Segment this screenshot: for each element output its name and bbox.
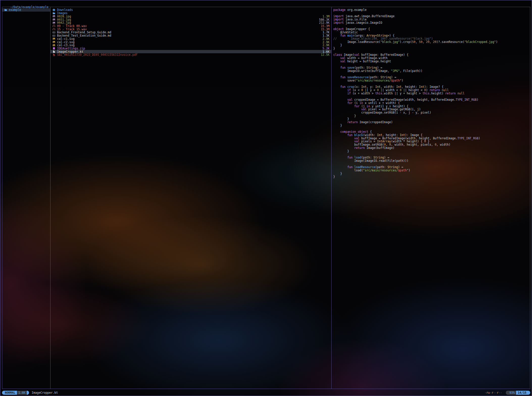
file-row[interactable]: cal-c1.svg2.9K: [50, 37, 331, 40]
powerline-cap-right: [27, 391, 29, 395]
powerline-cap-left: [2, 391, 4, 395]
file-row[interactable]: 09 - Track 09.wav15.3M: [50, 24, 331, 28]
folder-download-icon: [53, 9, 56, 11]
parent-item-label: example: [9, 8, 21, 12]
folder-icon: [4, 9, 7, 11]
code-line: croppedImage.setRGB(i - x, j - y, pixel): [333, 111, 530, 114]
audio-icon: [53, 28, 56, 31]
pdf-icon: [53, 54, 56, 56]
terminal-screen: ~/Data/example/example example Downloads…: [0, 0, 532, 396]
code-line: }: [333, 47, 530, 50]
code-line: }: [333, 172, 530, 175]
file-row[interactable]: Images: [50, 12, 331, 15]
permissions-text: -rw-r--r--: [485, 391, 502, 394]
file-row[interactable]: Backend_Frontend_Setup_Guide.md1.7K: [50, 31, 331, 34]
parent-item-example[interactable]: example: [2, 8, 50, 12]
image-icon: [53, 21, 56, 24]
image-icon: [53, 37, 56, 40]
code-line: val height = buffImage.height: [333, 60, 530, 63]
file-icon: [53, 50, 56, 53]
status-left: NORMAL 1.6K ImageCropper.kt: [2, 391, 58, 395]
image-icon: [53, 18, 56, 21]
code-line: return Image(croppedImage): [333, 121, 530, 124]
code-line: object ImageCropper {: [333, 28, 530, 31]
folder-icon: [53, 12, 56, 15]
code-line: Image.loadResource("black.jpg").crop(50,…: [333, 40, 530, 44]
statusbar-filename: ImageCropper.kt: [32, 391, 58, 394]
yazi-window: example DownloadsImages0028.jpg1.3M0031.…: [2, 7, 530, 389]
file-list-pane: DownloadsImages0028.jpg1.3M0031.jpg586.3…: [50, 8, 331, 389]
image-icon: [53, 44, 56, 47]
file-row[interactable]: 0042.jpg212.9K: [50, 21, 331, 24]
code-line: import javax.imageio.ImageIO: [333, 21, 530, 24]
file-name: SBI_0032013739_2023_DE05_0003155631Invoi…: [57, 53, 321, 57]
scroll-percent: 93%: [508, 391, 516, 395]
powerline-cap-right-end: [528, 391, 530, 395]
file-size: 12.5K: [321, 53, 331, 57]
file-row[interactable]: cal-c3.svg2.9K: [50, 44, 331, 47]
preview-pane: package org.example import java.awt.imag…: [332, 8, 530, 389]
file-row[interactable]: 0031.jpg586.3K: [50, 18, 331, 21]
status-right: -rw-r--r-- 93% 14/15: [485, 391, 530, 395]
file-row[interactable]: IDEAsettings.zip5.2K: [50, 47, 331, 50]
code-line: return Image(buffImage): [333, 146, 530, 150]
file-row[interactable]: SBI_0032013739_2023_DE05_0003155631Invoi…: [50, 53, 331, 57]
markdown-icon: [53, 34, 56, 37]
file-row[interactable]: Downloads: [50, 8, 331, 12]
code-line: }: [333, 124, 530, 127]
audio-icon: [53, 24, 56, 27]
code-line: ImageIO.write(buffImage, "JPG", File(pat…: [333, 69, 530, 73]
parent-pane: example: [2, 8, 50, 389]
code-line: if (x + width > this.width || y + height…: [333, 92, 530, 95]
code-line: Image(ImageIO.read(File(path))): [333, 159, 530, 163]
file-row[interactable]: Backend_Test_Execution_Guide.md1.3K: [50, 34, 331, 37]
image-icon: [53, 41, 56, 43]
archive-icon: [53, 47, 56, 50]
file-position: 14/15: [516, 391, 528, 395]
file-row[interactable]: 0028.jpg1.3M: [50, 15, 331, 18]
markdown-icon: [53, 31, 56, 34]
mode-badge: NORMAL: [4, 391, 17, 395]
path-breadcrumb: ~/Data/example/example: [3, 2, 48, 5]
image-icon: [53, 15, 56, 18]
code-line: }: [333, 114, 530, 118]
status-bar: NORMAL 1.6K ImageCropper.kt -rw-r--r-- 9…: [2, 390, 530, 395]
code-line: load("src/main/resources/$path"): [333, 169, 530, 172]
code-line: save("src/main/resources/$path"): [333, 79, 530, 82]
file-size-badge: 1.6K: [17, 391, 27, 395]
file-row[interactable]: cal-c2.svg2.9K: [50, 40, 331, 44]
file-row[interactable]: 15 - Track 15.wav15.3M: [50, 28, 331, 31]
code-line: }: [333, 150, 530, 153]
code-line: }: [333, 175, 530, 178]
code-line: package org.example: [333, 8, 530, 12]
file-row[interactable]: ImageCropper.kt1.6K: [50, 50, 331, 53]
code-line: }: [333, 44, 530, 47]
powerline-cap-dark: [506, 391, 508, 395]
